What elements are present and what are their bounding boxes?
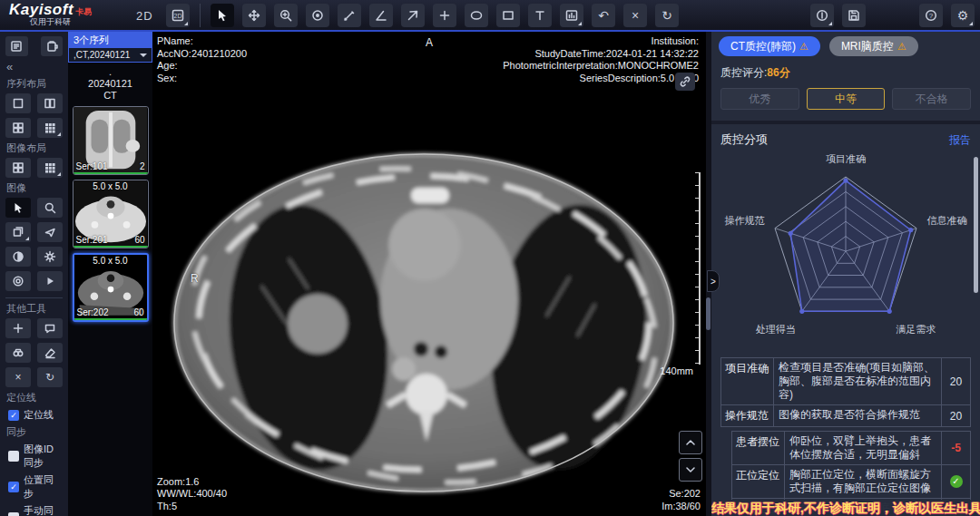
rating-medium-button[interactable]: 中等 [807, 88, 886, 110]
rail-cursor-button[interactable] [5, 198, 31, 218]
window-level-tool-button[interactable] [306, 4, 329, 27]
checkbox-image-id-sync[interactable]: ✓ 图像ID同步 [8, 443, 63, 470]
image-layout-2x2-button[interactable] [5, 158, 31, 178]
zoom-tool-button[interactable] [274, 4, 298, 27]
rail-cine-play-button[interactable] [37, 271, 63, 291]
reset-button[interactable]: ↻ [655, 4, 679, 27]
scroll-down-button[interactable] [679, 458, 702, 482]
comment-bubble-icon [44, 322, 56, 335]
rail-eraser-button[interactable] [37, 343, 63, 363]
series-thumbnail-101[interactable]: Ser:101 2 [73, 106, 149, 175]
report-link[interactable]: 报告 [949, 132, 971, 148]
tab-label: CT质控(肺部) [730, 39, 796, 54]
help-button[interactable]: ? [919, 4, 943, 27]
abnormal-mark-button[interactable] [810, 4, 834, 27]
collapse-panel-button[interactable]: « [6, 60, 63, 73]
pan-tool-button[interactable] [242, 4, 266, 27]
tab-mri-brain-qc[interactable]: MRI脑质控 ⚠ [829, 36, 918, 56]
scale-ruler [695, 172, 701, 365]
brand-subtitle: 仅用于科研 [9, 18, 92, 26]
checkbox-icon: ✓ [8, 451, 19, 462]
ellipse-roi-button[interactable] [465, 4, 488, 27]
rail-magnify-button[interactable] [37, 198, 63, 218]
age-label: Age: [157, 60, 247, 73]
main-image-viewport[interactable]: PName: AccNO:2401210200 Age: Sex: A Inst… [152, 32, 706, 516]
clipboard-flag-icon [45, 40, 58, 53]
checkbox-manual-sync[interactable]: ✓ 手动同步 [8, 504, 63, 516]
checkbox-label: 图像ID同步 [24, 443, 63, 470]
paper-plane-icon [44, 226, 56, 239]
rating-fail-button[interactable]: 不合格 [892, 88, 971, 110]
series-thumbnail-201[interactable]: 5.0 x 5.0 Ser:201 60 [73, 180, 149, 248]
brand-name-cn: 卡易 [75, 7, 92, 16]
checkbox-label: 定位线 [24, 408, 54, 422]
rail-delete-button[interactable]: × [5, 367, 31, 387]
warning-icon: ⚠ [897, 41, 906, 53]
report-button[interactable] [5, 36, 28, 56]
cursor-tool-button[interactable] [211, 4, 234, 27]
qc-row-description: 胸部正位定位，横断面螺旋方式扫描，有胸部正位定位图像 [785, 465, 941, 498]
link-series-button[interactable] [675, 73, 695, 91]
rail-brightness-button[interactable] [37, 247, 63, 267]
brand-name: Kayisoft [9, 1, 74, 18]
expand-panel-button[interactable]: > [707, 270, 720, 292]
window-width-level: WW/WL:400/40 [157, 488, 227, 501]
series-layout-2x2-button[interactable] [5, 118, 31, 138]
measure-tool-button[interactable] [338, 4, 361, 27]
rating-excellent-button[interactable]: 优秀 [720, 88, 799, 110]
layout-2x2-icon [12, 122, 24, 134]
rail-add-button[interactable] [5, 318, 31, 338]
undo-icon: ↶ [598, 9, 609, 22]
qc-panel-scrollbar-thumb[interactable] [974, 157, 978, 293]
rectangle-roi-button[interactable] [496, 4, 520, 27]
section-title-other-tools: 其他工具 [6, 302, 63, 316]
checkbox-position-sync[interactable]: ✓ 位置同步 [8, 473, 63, 501]
save-button[interactable] [842, 4, 866, 27]
layout-2d-button[interactable]: 2D [166, 4, 190, 27]
rail-send-button[interactable] [37, 222, 63, 242]
research-disclaimer-marquee: 结果仅用于科研,不作诊断证明，诊断以医生出具的诊断 [711, 500, 980, 516]
rating-label: 不合格 [916, 92, 948, 107]
rail-flip-rotate-button[interactable] [5, 222, 31, 242]
ellipse-icon [469, 8, 484, 23]
layout-3x3-icon [44, 161, 56, 174]
plus-icon [12, 322, 24, 335]
rail-calibrate-button[interactable] [5, 271, 31, 291]
layout-2d-icon: 2D [171, 8, 185, 23]
scroll-up-button[interactable] [679, 431, 702, 454]
series-layout-3x3-button[interactable] [37, 118, 63, 138]
svg-text:?: ? [929, 12, 934, 20]
viewport-scrollbar-thumb[interactable] [706, 297, 710, 330]
angle-tool-button[interactable] [369, 4, 393, 27]
undo-button[interactable]: ↶ [592, 4, 615, 27]
image-layout-3x3-button[interactable] [37, 158, 63, 178]
eraser-icon [44, 346, 56, 359]
probe-tool-button[interactable] [433, 4, 456, 27]
study-selector-dropdown[interactable]: ,CT,20240121 [68, 47, 152, 63]
layout-2x2-icon [12, 161, 24, 174]
rail-comment-button[interactable] [37, 318, 63, 338]
series-thumbnail-202-selected[interactable]: 5.0 x 5.0 Ser:202 60 [73, 253, 149, 322]
thumbnail-series-number: Ser:201 [76, 235, 108, 245]
qc-score-line: 质控评分:86分 [711, 56, 980, 81]
structured-report-button[interactable] [41, 36, 64, 56]
rectangle-icon [501, 8, 515, 23]
thumbnail-image-count: 60 [134, 235, 144, 245]
close-x-icon: × [15, 372, 21, 383]
delete-annotation-button[interactable]: × [623, 4, 647, 27]
rail-reset-button[interactable]: ↻ [37, 367, 63, 387]
crosshair-icon [437, 8, 452, 23]
cobb-angle-tool-button[interactable] [401, 4, 425, 27]
settings-button[interactable]: ⚙ [951, 4, 975, 27]
window-preset-button[interactable] [560, 4, 583, 27]
rail-invert-button[interactable] [5, 247, 31, 267]
qc-score-value: 86分 [767, 66, 789, 79]
tab-ct-lung-qc[interactable]: CT质控(肺部) ⚠ [719, 36, 820, 56]
series-layout-1x1-button[interactable] [5, 93, 31, 113]
tab-label: MRI脑质控 [841, 39, 894, 54]
text-annotation-button[interactable] [528, 4, 552, 27]
checkbox-positioning-line[interactable]: ✓ 定位线 [8, 408, 63, 422]
rail-magnify-region-button[interactable] [5, 343, 31, 363]
report-icon [10, 40, 23, 53]
series-layout-1x2-button[interactable] [37, 93, 63, 113]
